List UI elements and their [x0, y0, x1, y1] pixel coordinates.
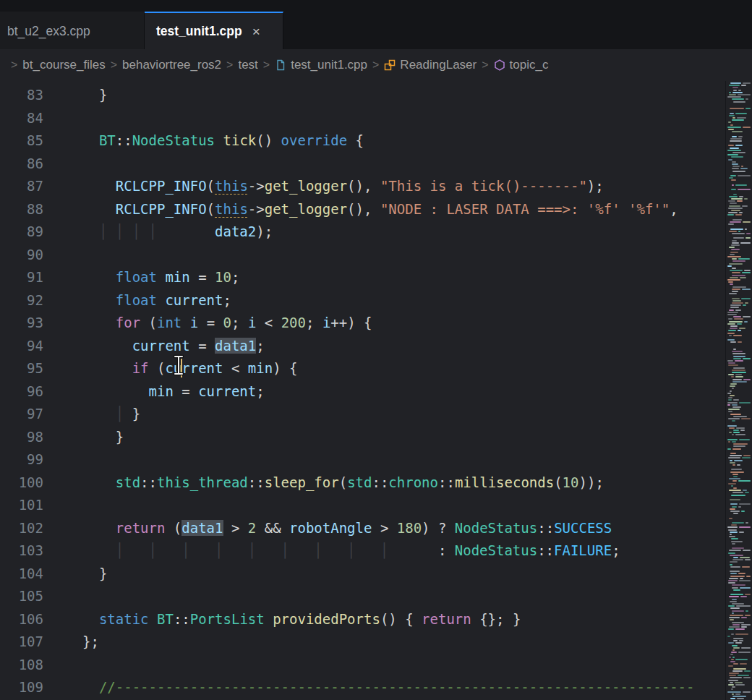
code-line-89[interactable]: │ │ │ │ data2);	[82, 221, 725, 244]
code-line-94[interactable]: current = data1;	[82, 335, 725, 358]
code-line-105[interactable]	[82, 585, 725, 608]
tab-label: test_unit1.cpp	[156, 24, 242, 39]
breadcrumb-item-test[interactable]: test	[238, 58, 257, 72]
line-number[interactable]: 105	[0, 585, 43, 608]
line-number[interactable]: 98	[0, 426, 43, 449]
code-line-83[interactable]: }	[82, 84, 725, 107]
code-line-103[interactable]: │ │ │ │ │ │ │ │ │ : NodeStatus::FAILURE;	[82, 539, 725, 563]
line-number[interactable]: 108	[0, 654, 43, 677]
code-line-98[interactable]: }	[82, 426, 725, 449]
code-line-97[interactable]: │ }	[82, 403, 725, 426]
line-number[interactable]: 91	[0, 266, 43, 289]
line-number[interactable]: 90	[0, 244, 43, 267]
line-number[interactable]: 89	[0, 221, 43, 244]
code-line-99[interactable]	[82, 448, 725, 471]
line-number[interactable]: 85	[0, 129, 43, 153]
breadcrumb-item-readinglaser[interactable]: ReadingLaser	[384, 58, 477, 72]
line-number[interactable]: 103	[0, 539, 43, 563]
chevron-right-icon: >	[372, 59, 379, 72]
line-number[interactable]: 83	[0, 84, 43, 107]
code-line-109[interactable]: //--------------------------------------…	[82, 676, 725, 699]
code-line-93[interactable]: for (int i = 0; i < 200; i++) {	[82, 312, 725, 335]
line-number[interactable]: 94	[0, 335, 43, 358]
word-highlight: data1	[181, 520, 223, 536]
tab-bar: bt_u2_ex3.cpp test_unit1.cpp ×	[0, 12, 752, 49]
chevron-right-icon: >	[263, 59, 270, 72]
code-line-85[interactable]: BT::NodeStatus tick() override {	[82, 129, 725, 153]
code-line-84[interactable]	[82, 107, 725, 130]
symbol-icon	[494, 59, 505, 71]
line-number[interactable]: 102	[0, 517, 43, 540]
tab-label: bt_u2_ex3.cpp	[7, 24, 90, 39]
line-number[interactable]: 107	[0, 631, 43, 654]
line-number[interactable]: 93	[0, 312, 43, 335]
code-line-96[interactable]: min = current;	[82, 380, 725, 404]
line-number-gutter[interactable]: 8384858687888990919293949596979899100101…	[0, 81, 43, 700]
breadcrumb-item-test-unit1-cpp[interactable]: test_unit1.cpp	[275, 58, 367, 72]
code-area[interactable]: } BT::NodeStatus tick() override { RCLCP…	[43, 81, 725, 700]
breadcrumb-item-behaviortree-ros2[interactable]: behaviortree_ros2	[122, 58, 221, 72]
line-number[interactable]: 99	[0, 448, 43, 471]
line-number[interactable]: 101	[0, 494, 43, 517]
breadcrumb: > bt_course_files > behaviortree_ros2 > …	[0, 49, 752, 81]
line-number[interactable]: 100	[0, 471, 43, 495]
breadcrumb-item-topic[interactable]: topic_c	[494, 58, 549, 72]
code-line-101[interactable]	[82, 494, 725, 517]
close-icon[interactable]: ×	[252, 25, 260, 38]
code-line-102[interactable]: return (data1 > 2 && robotAngle > 180) ?…	[82, 517, 725, 540]
code-line-88[interactable]: RCLCPP_INFO(this->get_logger(), "NODE : …	[82, 198, 725, 221]
chevron-right-icon: >	[226, 59, 233, 72]
minimap[interactable]	[725, 81, 752, 700]
text-caret	[181, 359, 182, 377]
line-number[interactable]: 109	[0, 676, 43, 699]
title-bar	[0, 0, 752, 12]
class-icon	[384, 59, 396, 71]
cpp-file-icon	[275, 59, 286, 71]
chevron-right-icon: >	[11, 59, 17, 72]
line-number[interactable]: 92	[0, 289, 43, 312]
code-line-90[interactable]	[82, 244, 725, 267]
chevron-right-icon: >	[482, 59, 488, 72]
chevron-right-icon: >	[111, 59, 117, 72]
line-number[interactable]: 88	[0, 198, 43, 221]
code-line-92[interactable]: float current;	[82, 289, 725, 312]
line-number[interactable]: 97	[0, 403, 43, 426]
line-number[interactable]: 96	[0, 380, 43, 404]
line-number[interactable]: 86	[0, 153, 43, 176]
editor: 8384858687888990919293949596979899100101…	[0, 81, 752, 700]
tab-test-unit1-cpp[interactable]: test_unit1.cpp ×	[145, 12, 283, 49]
word-highlight: data1	[215, 338, 256, 354]
line-number[interactable]: 87	[0, 175, 43, 198]
line-number[interactable]: 104	[0, 563, 43, 586]
code-line-104[interactable]: }	[82, 563, 725, 586]
code-line-95[interactable]: if (current < min) {	[82, 357, 725, 380]
code-line-86[interactable]	[82, 153, 725, 176]
code-line-107[interactable]: };	[82, 631, 725, 654]
code-line-108[interactable]	[82, 654, 725, 677]
code-line-87[interactable]: RCLCPP_INFO(this->get_logger(), "This is…	[82, 175, 725, 198]
line-number[interactable]: 95	[0, 357, 43, 380]
breadcrumb-item-bt-course-files[interactable]: bt_course_files	[22, 58, 105, 72]
code-line-106[interactable]: static BT::PortsList providedPorts() { r…	[82, 608, 725, 631]
code-line-100[interactable]: std::this_thread::sleep_for(std::chrono:…	[82, 471, 725, 495]
tab-bt-u2-ex3-cpp[interactable]: bt_u2_ex3.cpp	[0, 12, 145, 49]
line-number[interactable]: 84	[0, 107, 43, 130]
line-number[interactable]: 106	[0, 608, 43, 631]
code-line-91[interactable]: float min = 10;	[82, 266, 725, 289]
